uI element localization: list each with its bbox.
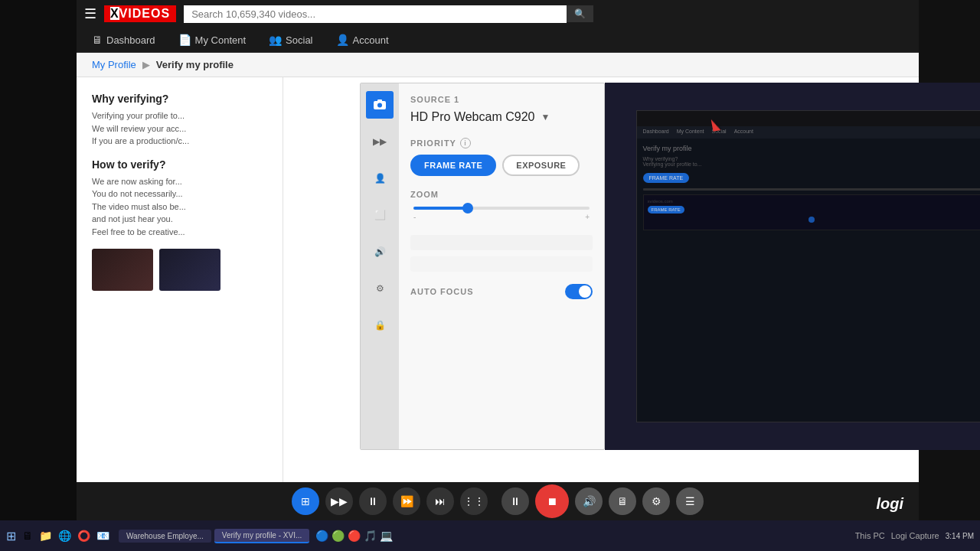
taskbar-icon-5[interactable]: 📧 — [96, 530, 109, 542]
priority-info-icon[interactable]: i — [460, 138, 471, 148]
camera-icon — [372, 97, 387, 112]
webcam-btn-4[interactable]: ⬜ — [366, 201, 394, 229]
logi-capture-label[interactable]: Logi Capture — [891, 531, 939, 540]
thumbnail-row — [92, 249, 267, 291]
thumbnail-2-img — [159, 249, 220, 291]
logo-x: X — [110, 7, 119, 20]
nav-item-social[interactable]: 👥 Social — [269, 34, 312, 46]
taskbar-items: 🖥 📁 🌐 ⭕ 📧 Warehouse Employe... Verify my… — [22, 529, 855, 543]
nested-body-text: Why verifying?Verifying your profile to.… — [643, 156, 981, 167]
how-to-verify-title: How to verify? — [92, 158, 267, 171]
webcam-panel-content: SOURCE 1 HD Pro Webcam C920 ▼ PRIORITY i… — [399, 83, 604, 449]
auto-focus-toggle[interactable] — [565, 284, 593, 299]
this-pc-label[interactable]: This PC — [855, 531, 885, 540]
breadcrumb-separator: ▶ — [142, 59, 150, 70]
frame-rate-button[interactable]: FRAME RATE — [410, 155, 496, 176]
logi-btn-5[interactable]: ⏭ — [426, 487, 454, 515]
auto-focus-label: AUTO FOCUS — [410, 287, 474, 296]
taskbar-icon-chrome[interactable]: ⭕ — [77, 530, 90, 542]
logi-btn-3[interactable]: ⏸ — [359, 487, 387, 515]
logi-btn-extra-3[interactable]: ⚙ — [642, 487, 670, 515]
taskbar-item-employee[interactable]: Warehouse Employe... — [119, 530, 211, 543]
taskbar-time: 3:14 PM — [946, 532, 974, 540]
nav-item-dashboard[interactable]: 🖥 Dashboard — [92, 34, 155, 46]
why-verifying-title: Why verifying? — [92, 93, 267, 105]
logi-btn-6[interactable]: ⋮⋮ — [460, 487, 488, 515]
zoom-slider-fill — [413, 207, 466, 210]
top-bar: ☰ XVIDEOS 🔍 — [77, 0, 919, 28]
taskbar-icon-6[interactable]: 🔵 — [315, 530, 328, 542]
zoom-slider[interactable] — [413, 207, 590, 210]
taskbar-icon-1[interactable]: 🖥 — [22, 530, 33, 542]
nav-item-account[interactable]: 👤 Account — [336, 34, 389, 46]
nested-nested-btn: FRAME RATE — [648, 206, 684, 214]
taskbar-icon-8[interactable]: 🔴 — [348, 530, 361, 542]
site-logo: XVIDEOS — [104, 5, 176, 22]
webcam-panel: ▶▶ 👤 ⬜ 🔊 ⚙ 🔒 SOURCE 1 HD Pro Webcam C920… — [360, 83, 605, 450]
nested-content: Verify my profile Why verifying?Verifyin… — [637, 139, 981, 236]
placeholder-row-1 — [410, 235, 593, 250]
taskbar-right: This PC Logi Capture 3:14 PM — [855, 531, 974, 540]
taskbar-icon-2[interactable]: 📁 — [39, 530, 52, 542]
social-icon: 👥 — [269, 34, 282, 46]
hamburger-icon[interactable]: ☰ — [84, 5, 96, 22]
main-window: ☰ XVIDEOS 🔍 🖥 Dashboard 📄 My Content 👥 S… — [77, 0, 919, 520]
priority-label: PRIORITY i — [410, 138, 593, 148]
exposure-button[interactable]: EXPOSURE — [502, 155, 580, 176]
logo-videos: VIDEOS — [119, 7, 170, 20]
zoom-slider-container: - + — [410, 207, 593, 221]
search-input[interactable] — [184, 5, 567, 23]
logi-btn-2[interactable]: ▶▶ — [325, 487, 353, 515]
breadcrumb-current: Verify my profile — [156, 59, 234, 70]
taskbar-start-icon[interactable]: ⊞ — [6, 529, 16, 543]
webcam-btn-7[interactable]: 🔒 — [366, 311, 394, 339]
search-button[interactable]: 🔍 — [567, 5, 593, 22]
webcam-btn-5[interactable]: 🔊 — [366, 238, 394, 266]
webcam-btn-3[interactable]: 👤 — [366, 165, 394, 192]
nested-nav-content: My Content — [677, 129, 704, 136]
thumbnail-1 — [92, 249, 153, 291]
logi-record-button[interactable]: ⏹ — [535, 484, 569, 518]
taskbar: ⊞ 🖥 📁 🌐 ⭕ 📧 Warehouse Employe... Verify … — [0, 520, 980, 551]
taskbar-icon-edge[interactable]: 🌐 — [58, 530, 71, 542]
zoom-slider-thumb[interactable] — [462, 203, 473, 214]
logi-pause-button[interactable]: ⏸ — [501, 487, 529, 515]
logi-btn-extra-2[interactable]: 🖥 — [609, 487, 636, 515]
webcam-btn-6[interactable]: ⚙ — [366, 275, 394, 302]
logi-capture-button[interactable]: ⊞ — [292, 487, 319, 515]
taskbar-icon-10[interactable]: 💻 — [380, 530, 393, 542]
logi-btn-4[interactable]: ⏩ — [393, 487, 420, 515]
account-icon: 👤 — [336, 34, 349, 46]
source-name: HD Pro Webcam C920 — [410, 110, 534, 124]
dark-border — [0, 0, 77, 551]
how-to-verify-text: We are now asking for...You do not neces… — [92, 175, 267, 239]
source-dropdown-arrow[interactable]: ▼ — [541, 112, 550, 122]
nested-nav-dashboard: Dashboard — [643, 129, 669, 136]
svg-rect-2 — [377, 99, 382, 102]
webcam-btn-2[interactable]: ▶▶ — [366, 128, 394, 155]
breadcrumb: My Profile ▶ Verify my profile — [77, 53, 919, 77]
nav-item-my-content[interactable]: 📄 My Content — [178, 34, 246, 46]
toggle-thumb — [579, 285, 591, 298]
taskbar-icon-7[interactable]: 🟢 — [332, 530, 345, 542]
source-label: SOURCE 1 — [410, 95, 593, 104]
slider-min: - — [413, 213, 416, 221]
logi-btn-extra-4[interactable]: ☰ — [676, 487, 704, 515]
breadcrumb-parent[interactable]: My Profile — [92, 59, 136, 70]
nested-screenshot: Dashboard My Content Social Account Veri… — [636, 110, 981, 422]
nested-frame-rate-btn: FRAME RATE — [643, 173, 690, 183]
taskbar-item-verify[interactable]: Verify my profile - XVI... — [214, 529, 309, 543]
auto-focus-row: AUTO FOCUS — [410, 284, 593, 299]
nested-top-bar — [637, 111, 981, 126]
logi-btn-extra-1[interactable]: 🔊 — [575, 487, 603, 515]
nested-nav: Dashboard My Content Social Account — [637, 126, 981, 139]
taskbar-icon-9[interactable]: 🎵 — [364, 530, 377, 542]
source-select: HD Pro Webcam C920 ▼ — [410, 110, 593, 124]
my-content-icon: 📄 — [178, 34, 191, 46]
nested-nested: xvideos.com FRAME RATE — [643, 194, 981, 230]
webcam-source-icon[interactable] — [366, 91, 394, 119]
nav-label-account: Account — [353, 34, 389, 46]
screen-preview-inner: Dashboard My Content Social Account Veri… — [605, 83, 980, 450]
svg-point-1 — [377, 103, 382, 108]
nested-divider — [643, 188, 981, 191]
